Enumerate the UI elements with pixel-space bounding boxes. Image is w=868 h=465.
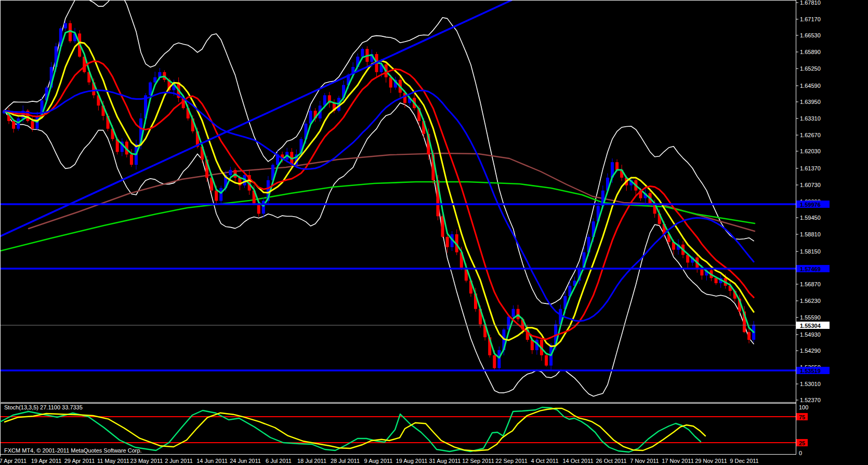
chart-background [0,0,868,465]
time-axis-label: 14 Jun 2011 [196,458,228,464]
price-level-box-label: 1.59976 [800,202,821,208]
current-price-box-label: 1.55304 [800,323,821,329]
copyright-text: FXCM MT4, © 2001-2011 MetaQuotes Softwar… [4,447,142,454]
time-axis-label: 7 Nov 2011 [630,458,659,464]
stoch-range-label: 100 [799,404,808,410]
candle-bearish [517,309,520,320]
candle-bearish [389,77,392,88]
time-axis-label: 19 Apr 2011 [31,458,62,464]
candle-bearish [747,332,751,340]
time-axis-label: 29 Nov 2011 [695,458,727,464]
price-level-box-label: 1.57469 [800,266,821,272]
stoch-range-label: 0 [799,450,802,456]
time-axis-label: 14 Oct 2011 [562,458,593,464]
mt4-chart-window: 1.678101.671701.665301.658901.652501.645… [0,0,868,465]
candle-bullish [497,350,501,368]
time-axis-label: 11 May 2011 [97,458,129,464]
price-level-box-label: 1.53519 [800,368,821,374]
candle-bearish [615,162,619,170]
price-axis-label: 1.63950 [800,99,821,105]
time-axis-label: 2 Jun 2011 [165,458,193,464]
time-axis-label: 12 Sep 2011 [462,458,494,464]
price-axis-label: 1.56870 [800,281,821,287]
candle-bullish [219,188,222,201]
price-axis-label: 1.60730 [800,182,821,188]
price-axis-label: 1.55590 [800,314,821,321]
time-axis-label: 4 Oct 2011 [531,458,559,464]
price-axis-label: 1.54290 [800,348,821,354]
time-axis-label: 29 Apr 2011 [64,458,95,464]
time-axis-label: 7 Apr 2011 [0,458,27,464]
candle-bearish [31,121,34,129]
stoch-level-box-label: 25 [799,440,805,446]
candle-bullish [64,23,67,29]
price-axis-label: 1.61370 [800,165,821,171]
time-axis-label: 24 Jun 2011 [230,458,261,464]
time-axis-label: 17 Nov 2011 [662,458,694,464]
price-axis-label: 1.63310 [800,115,821,122]
price-axis-label: 1.65890 [800,49,821,55]
price-axis-label: 1.59450 [800,215,821,221]
price-axis-label: 1.64590 [800,83,821,89]
time-axis-label: 22 Sep 2011 [495,458,528,464]
price-axis-label: 1.52370 [800,397,821,403]
price-axis-label: 1.66530 [800,32,821,38]
candle-bearish [215,191,218,201]
stochastic-indicator-label: Stoch(13,3,5) 27.1100 33.7335 [4,404,83,410]
time-axis-label: 9 Dec 2011 [730,458,758,464]
candle-bullish [17,118,20,129]
chart-canvas[interactable]: 1.678101.671701.665301.658901.652501.645… [0,0,868,465]
price-axis-label: 1.67810 [800,0,821,6]
time-axis-label: 23 May 2011 [130,458,163,464]
price-axis-label: 1.65250 [800,65,821,72]
candle-bullish [153,77,156,83]
price-axis-label: 1.53010 [800,381,821,387]
candle-bearish [446,237,449,247]
candle-bearish [69,23,72,42]
price-axis-label: 1.62030 [800,148,821,154]
price-axis-label: 1.58810 [800,231,821,237]
time-axis-label: 19 Aug 2011 [396,458,428,464]
time-axis-label: 18 Jul 2011 [297,458,326,464]
price-axis-label: 1.67170 [800,16,821,22]
candle-bullish [229,170,232,175]
candle-bearish [545,355,548,366]
price-axis-label: 1.54930 [800,331,821,338]
time-axis-label: 9 Aug 2011 [364,458,393,464]
time-axis-label: 26 Oct 2011 [596,458,626,464]
candle-bearish [493,355,496,368]
candle-bullish [323,95,326,105]
candle-bearish [130,154,133,165]
candle-bullish [512,309,515,317]
time-axis-label: 6 Jul 2011 [266,458,292,464]
candle-bearish [12,121,15,129]
price-axis-label: 1.56230 [800,298,821,304]
price-axis-label: 1.58150 [800,248,821,255]
candle-bullish [361,49,364,57]
time-axis-label: 31 Aug 2011 [429,458,461,464]
stoch-level-box-label: 75 [799,414,805,420]
candle-bearish [715,278,718,283]
price-axis-label: 1.62670 [800,132,821,138]
time-axis-label: 28 Jul 2011 [331,458,360,464]
